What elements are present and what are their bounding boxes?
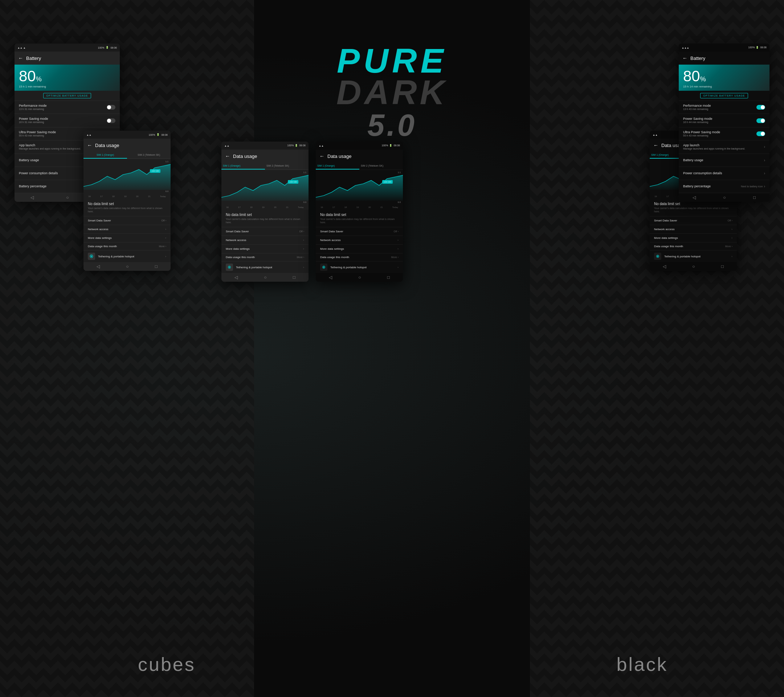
cr-more-data[interactable]: More data settings › <box>316 245 403 254</box>
rd-more-data[interactable]: More data settings › <box>650 234 737 242</box>
rd-recents-nav[interactable]: □ <box>721 264 724 269</box>
performance-mode-item[interactable]: Performance mode 13 h 31 min remaining <box>15 101 120 114</box>
cl-sim1-tab[interactable]: SIM 1 (Orange) <box>221 163 265 170</box>
tethering-svg-icon <box>89 254 94 259</box>
rd-more-data-chevron: › <box>731 236 733 240</box>
cl-home-nav[interactable]: ○ <box>264 275 267 280</box>
rd-back-icon[interactable]: ← <box>653 142 659 148</box>
rb-power-consumption[interactable]: Power consumption details › <box>679 167 769 180</box>
cl-sim2-tab[interactable]: SIM 2 (Telekom SK) <box>265 163 308 170</box>
battery-banner: 80 % 15 h 1 min remaining <box>15 64 120 91</box>
back-nav-btn[interactable]: ◁ <box>30 195 34 200</box>
cl-lbl-today: Today <box>298 206 304 208</box>
rb-ps-title: Power Saving mode <box>683 117 756 120</box>
rb-ps-left: Power Saving mode 16 h 44 min remaining <box>683 117 756 124</box>
chart-label-20: 20 <box>136 195 138 198</box>
cr-network-access[interactable]: Network access › <box>316 236 403 245</box>
sim2-tab[interactable]: SIM 2 (Telekom SK) <box>127 152 171 159</box>
cl-network-access[interactable]: Network access › <box>221 236 308 245</box>
power-saving-toggle[interactable] <box>107 119 115 123</box>
right-battery-status: ▲▲▲ 100% 🔋 08:06 <box>679 44 769 51</box>
rb-performance-mode[interactable]: Performance mode 13 h 43 min remaining <box>679 101 769 114</box>
cr-back-nav[interactable]: ◁ <box>329 275 332 280</box>
rb-ultra-power[interactable]: Ultra Power Saving mode 55 h 43 min rema… <box>679 127 769 140</box>
rb-app-launch[interactable]: App launch Manage launches and apps runn… <box>679 140 769 153</box>
cr-smart-data-saver[interactable]: Smart Data Saver Off › <box>316 227 403 236</box>
data-home-nav[interactable]: ○ <box>126 264 128 269</box>
cl-tethering[interactable]: Tethering & portable hotspot › <box>221 261 308 273</box>
rb-optimize-btn[interactable]: OPTIMIZE BATTERY USAGE <box>700 93 748 98</box>
rb-battery-usage[interactable]: Battery usage › <box>679 154 769 167</box>
rd-network-access[interactable]: Network access › <box>650 225 737 234</box>
more-data-settings-item[interactable]: More data settings › <box>84 234 171 242</box>
network-access-item[interactable]: Network access › <box>84 225 171 234</box>
rb-bp-chevron: › <box>764 185 765 188</box>
cr-sim2-tab[interactable]: SIM 2 (Telekom SK) <box>359 163 403 170</box>
data-recents-nav[interactable]: □ <box>155 264 158 269</box>
data-back-icon[interactable]: ← <box>87 142 92 148</box>
power-saving-item[interactable]: Power Saving mode 16 h 31 min remaining <box>15 114 120 127</box>
cr-usage-header-text: Data usage this month <box>320 255 349 259</box>
rb-back-icon[interactable]: ← <box>682 55 687 61</box>
cr-sds-value: Off <box>394 230 397 233</box>
cr-tethering[interactable]: Tethering & portable hotspot › <box>316 261 403 273</box>
cr-back-icon[interactable]: ← <box>320 153 324 159</box>
signal-icons: ▲▲ ▲ <box>17 46 26 49</box>
cl-recents-nav[interactable]: □ <box>293 275 295 280</box>
cr-sds-text: Smart Data Saver <box>320 230 343 233</box>
more-link[interactable]: More › <box>159 245 166 247</box>
cr-more-data-text: More data settings <box>320 247 344 250</box>
cr-chart: 1.1 0.0 390 MB 16 17 18 <box>316 170 403 210</box>
cl-smart-data-saver[interactable]: Smart Data Saver Off › <box>221 227 308 236</box>
cl-more-data-chevron: › <box>303 247 304 250</box>
rd-no-data-subtitle: Your carrier's data calculation may be d… <box>654 206 733 213</box>
battery-percentage-title: Battery percentage <box>19 185 91 188</box>
rb-battery-percentage[interactable]: Battery percentage Next to battery icon … <box>679 180 769 193</box>
center-right-data-phone: ▲▲ 100% 🔋 08:08 ← Data usage SIM 1 (Oran… <box>316 142 403 282</box>
tethering-item[interactable]: Tethering & portable hotspot › <box>84 250 171 262</box>
data-back-nav[interactable]: ◁ <box>97 264 100 269</box>
rb-battery-time: 100% 🔋 08:06 <box>748 46 767 49</box>
cr-sim1-tab[interactable]: SIM 1 (Orange) <box>316 163 359 170</box>
cl-tethering-title: Tethering & portable hotspot <box>236 266 300 269</box>
rd-home-nav[interactable]: ○ <box>692 264 695 269</box>
rd-more-link[interactable]: More › <box>725 245 733 247</box>
cl-back-nav[interactable]: ◁ <box>234 275 238 280</box>
cr-lbl-20: 20 <box>368 206 371 208</box>
rb-up-toggle[interactable] <box>756 132 765 136</box>
cl-more-data[interactable]: More data settings › <box>221 245 308 254</box>
rd-smart-data-saver[interactable]: Smart Data Saver Off › <box>650 216 737 225</box>
chart-label-19: 19 <box>124 195 127 198</box>
rb-back-nav[interactable]: ◁ <box>693 195 696 200</box>
rb-power-saving[interactable]: Power Saving mode 16 h 44 min remaining <box>679 114 769 127</box>
cr-sim-tabs: SIM 1 (Orange) SIM 2 (Telekom SK) <box>316 163 403 170</box>
cl-back-icon[interactable]: ← <box>225 153 230 159</box>
cl-no-data-subtitle: Your carrier's data calculation may be d… <box>226 218 304 224</box>
rb-perf-toggle[interactable] <box>756 105 765 110</box>
cr-more-link[interactable]: More › <box>391 256 399 259</box>
back-icon[interactable]: ← <box>18 55 23 61</box>
page-root: PURE DARK 5.0 cubes black ▲▲ ▲ 100% 🔋 08… <box>0 0 784 697</box>
optimize-button[interactable]: OPTIMIZE BATTERY USAGE <box>43 93 91 98</box>
rd-back-nav[interactable]: ◁ <box>663 264 666 269</box>
home-nav-btn[interactable]: ○ <box>66 195 69 200</box>
cl-usage-header-text: Data usage this month <box>226 255 255 259</box>
cr-recents-nav[interactable]: □ <box>387 275 390 280</box>
smart-data-saver-item[interactable]: Smart Data Saver Off › <box>84 216 171 225</box>
performance-mode-toggle[interactable] <box>107 105 115 110</box>
right-phone-group: ▲▲ 100% 🔋 08:08 ← Data usage SIM 1 (Oran… <box>668 44 769 202</box>
label-cubes: cubes <box>138 653 196 675</box>
battery-remaining-text: 15 h 1 min remaining <box>19 85 46 88</box>
cr-home-nav[interactable]: ○ <box>358 275 361 280</box>
cl-tethering-icon <box>226 264 233 271</box>
sim1-tab[interactable]: SIM 1 (Orange) <box>84 152 127 159</box>
rb-home-nav[interactable]: ○ <box>723 195 726 200</box>
rb-recents-nav[interactable]: □ <box>753 195 756 200</box>
cr-more-text: More <box>391 256 397 259</box>
network-access-chevron: › <box>165 227 166 231</box>
rb-ps-toggle[interactable] <box>756 119 765 123</box>
rd-lbl-17: 17 <box>666 195 669 198</box>
cl-more-link[interactable]: More › <box>297 256 304 259</box>
rd-tethering[interactable]: Tethering & portable hotspot › <box>650 250 737 262</box>
battery-percent-symbol: % <box>36 76 42 83</box>
